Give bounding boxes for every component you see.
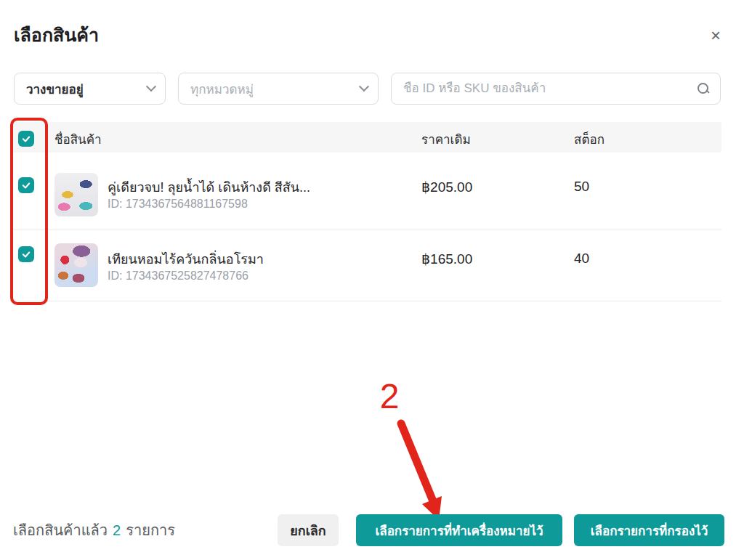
chevron-down-icon xyxy=(146,81,156,92)
product-name: เทียนหอมไร้ควันกลิ่นอโรมา xyxy=(108,248,264,269)
close-icon[interactable]: × xyxy=(703,23,728,48)
product-price: ฿205.00 xyxy=(421,179,472,195)
product-stock: 50 xyxy=(574,179,589,195)
column-header-stock: สต็อก xyxy=(574,129,604,149)
chevron-down-icon xyxy=(359,81,369,92)
category-dropdown-placeholder: ทุกหมวดหมู่ xyxy=(190,79,355,99)
annotation-arrow-icon xyxy=(391,414,456,524)
category-dropdown[interactable]: ทุกหมวดหมู่ xyxy=(178,73,379,105)
row-checkbox[interactable] xyxy=(18,246,34,262)
search-box xyxy=(391,73,721,105)
product-price: ฿165.00 xyxy=(421,251,472,267)
product-image xyxy=(54,173,98,216)
table-header: ชื่อสินค้า ราคาเดิม สต็อก xyxy=(12,122,721,153)
cancel-button[interactable]: ยกเลิก xyxy=(278,514,339,546)
selected-suffix: รายการ xyxy=(126,519,175,542)
page-title: เลือกสินค้า xyxy=(14,20,99,49)
search-input[interactable] xyxy=(403,81,697,96)
search-icon[interactable] xyxy=(697,82,710,95)
selected-count: 2 xyxy=(113,522,121,539)
product-id: ID: 1734367525827478766 xyxy=(108,269,248,283)
check-icon xyxy=(21,249,31,259)
table-row[interactable]: เทียนหอมไร้ควันกลิ่นอโรมา ID: 1734367525… xyxy=(12,230,721,301)
product-stock: 40 xyxy=(574,251,589,267)
selected-summary: เลือกสินค้าแล้ว 2 รายการ xyxy=(13,514,175,546)
column-header-price: ราคาเดิม xyxy=(421,129,471,149)
table-row[interactable]: คู่เดียวจบ! ลุยน้ำได้ เดินห้างดี สีสัน..… xyxy=(12,153,721,230)
row-checkbox[interactable] xyxy=(18,177,34,193)
check-icon xyxy=(21,134,31,144)
select-filtered-button[interactable]: เลือกรายการที่กรองไว้ xyxy=(574,514,724,546)
select-marked-button[interactable]: เลือกรายการที่ทำเครื่องหมายไว้ xyxy=(356,514,562,546)
selected-prefix: เลือกสินค้าแล้ว xyxy=(13,519,108,542)
annotation-step-number: 2 xyxy=(375,376,404,416)
status-dropdown-value: วางขายอยู่ xyxy=(26,79,142,99)
product-name: คู่เดียวจบ! ลุยน้ำได้ เดินห้างดี สีสัน..… xyxy=(108,176,310,198)
check-icon xyxy=(21,180,31,190)
product-id: ID: 1734367564881167598 xyxy=(108,198,248,211)
column-header-name: ชื่อสินค้า xyxy=(54,129,102,149)
status-dropdown[interactable]: วางขายอยู่ xyxy=(14,73,166,105)
product-image xyxy=(54,243,98,287)
product-select-dialog: เลือกสินค้า × วางขายอยู่ ทุกหมวดหมู่ ชื่… xyxy=(0,0,744,560)
select-all-checkbox[interactable] xyxy=(18,131,34,147)
